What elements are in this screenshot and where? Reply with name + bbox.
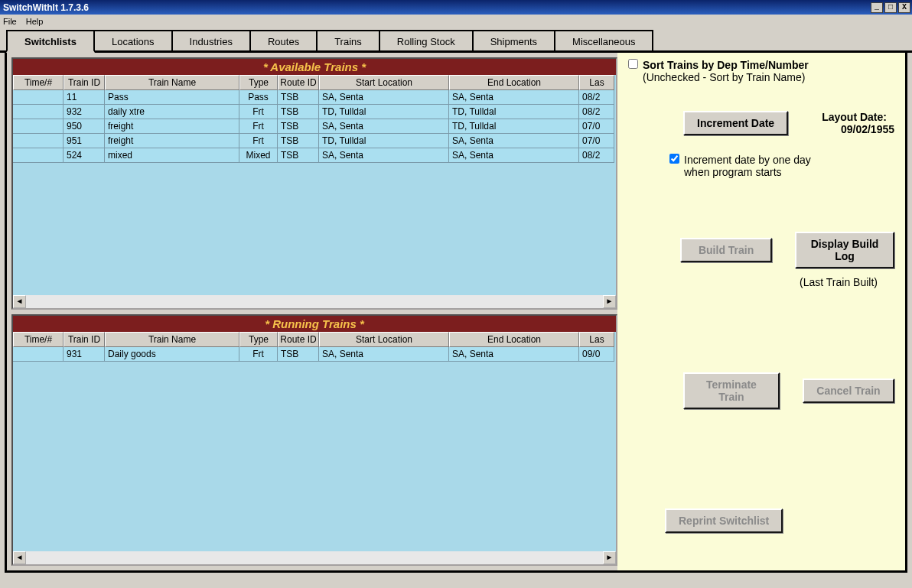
scroll-right-icon[interactable]: ► xyxy=(603,551,616,564)
minimize-button[interactable]: _ xyxy=(871,2,883,13)
table-row[interactable]: 932daily xtreFrtTSBTD, TulldalTD, Tullda… xyxy=(13,105,616,119)
cell: 08/2 xyxy=(579,90,614,105)
increment-on-start-checkbox[interactable] xyxy=(669,154,679,164)
cell xyxy=(13,148,64,163)
cell: 950 xyxy=(64,119,105,134)
cell xyxy=(13,90,64,105)
col-header[interactable]: Train ID xyxy=(64,332,105,347)
increment-on-start-label: Increment date by one day when program s… xyxy=(684,154,822,178)
tabstrip: SwitchlistsLocationsIndustriesRoutesTrai… xyxy=(0,30,912,53)
cell: 11 xyxy=(64,90,105,105)
col-header[interactable]: Las xyxy=(579,75,614,90)
cell xyxy=(13,105,64,119)
table-row[interactable]: 950freightFrtTSBSA, SentaTD, Tulldal07/0 xyxy=(13,119,616,134)
content: * Available Trains * Time/#Train IDTrain… xyxy=(5,53,907,573)
cell xyxy=(13,134,64,148)
cell: SA, Senta xyxy=(319,347,449,362)
col-header[interactable]: Train ID xyxy=(64,75,105,90)
cell: freight xyxy=(105,134,239,148)
cell: Pass xyxy=(239,90,278,105)
table-row[interactable]: 11PassPassTSBSA, SentaSA, Senta08/2 xyxy=(13,90,616,105)
scroll-right-icon[interactable]: ► xyxy=(603,295,616,308)
col-header[interactable]: End Location xyxy=(449,332,579,347)
sort-checkbox[interactable] xyxy=(628,59,638,69)
col-header[interactable]: Route ID xyxy=(278,75,319,90)
menubar: File Help xyxy=(0,15,912,28)
scroll-left-icon[interactable]: ◄ xyxy=(13,551,26,564)
cell: TSB xyxy=(278,148,319,163)
col-header[interactable]: Las xyxy=(579,332,614,347)
scroll-left-icon[interactable]: ◄ xyxy=(13,295,26,308)
col-header[interactable]: Route ID xyxy=(278,332,319,347)
cell: Pass xyxy=(105,90,239,105)
table-row[interactable]: 931Daily goodsFrtTSBSA, SentaSA, Senta09… xyxy=(13,347,616,362)
col-header[interactable]: End Location xyxy=(449,75,579,90)
cell: TSB xyxy=(278,105,319,119)
cell: SA, Senta xyxy=(449,90,579,105)
tab-switchlists[interactable]: Switchlists xyxy=(6,30,95,53)
cell: SA, Senta xyxy=(449,347,579,362)
cell: SA, Senta xyxy=(319,148,449,163)
col-header[interactable]: Start Location xyxy=(319,332,449,347)
available-hscroll[interactable]: ◄ ► xyxy=(13,295,616,308)
cell: Frt xyxy=(239,134,278,148)
layout-date-label: Layout Date: xyxy=(822,111,887,123)
cell: TD, Tulldal xyxy=(319,134,449,148)
tab-locations[interactable]: Locations xyxy=(93,30,173,50)
running-grid: Time/#Train IDTrain NameTypeRoute IDStar… xyxy=(13,332,616,552)
cell: 09/0 xyxy=(579,347,614,362)
reprint-switchlist-button[interactable]: Reprint Switchlist xyxy=(665,508,783,533)
cell: TSB xyxy=(278,347,319,362)
display-build-log-button[interactable]: Display Build Log xyxy=(795,232,894,268)
cancel-train-button[interactable]: Cancel Train xyxy=(803,378,894,403)
cell: TD, Tulldal xyxy=(449,119,579,134)
titlebar: SwitchWithIt 1.7.3.6 _ □ X xyxy=(0,0,912,15)
cell: TD, Tulldal xyxy=(319,105,449,119)
cell: Frt xyxy=(239,119,278,134)
col-header[interactable]: Start Location xyxy=(319,75,449,90)
tab-miscellaneous[interactable]: Miscellaneous xyxy=(554,30,653,50)
cell: 07/0 xyxy=(579,134,614,148)
cell: daily xtre xyxy=(105,105,239,119)
table-row[interactable]: 951freightFrtTSBTD, TulldalSA, Senta07/0 xyxy=(13,134,616,148)
log-caption: (Last Train Built) xyxy=(800,276,894,288)
maximize-button[interactable]: □ xyxy=(884,2,897,13)
running-title: * Running Trains * xyxy=(13,316,616,332)
cell: Daily goods xyxy=(105,347,239,362)
col-header[interactable]: Train Name xyxy=(105,75,239,90)
tab-routes[interactable]: Routes xyxy=(249,30,318,50)
cell: 08/2 xyxy=(579,148,614,163)
close-button[interactable]: X xyxy=(898,2,910,13)
col-header[interactable]: Time/# xyxy=(13,75,64,90)
cell: 951 xyxy=(64,134,105,148)
tab-industries[interactable]: Industries xyxy=(171,30,251,50)
increment-date-button[interactable]: Increment Date xyxy=(683,111,788,135)
cell: 08/2 xyxy=(579,105,614,119)
col-header[interactable]: Type xyxy=(239,75,278,90)
cell: Frt xyxy=(239,347,278,362)
tab-rolling-stock[interactable]: Rolling Stock xyxy=(379,30,474,50)
cell: SA, Senta xyxy=(449,134,579,148)
cell: 931 xyxy=(64,347,105,362)
tab-shipments[interactable]: Shipments xyxy=(472,30,555,50)
sort-sublabel: (Unchecked - Sort by Train Name) xyxy=(643,71,805,83)
col-header[interactable]: Time/# xyxy=(13,332,64,347)
available-title: * Available Trains * xyxy=(13,59,616,75)
col-header[interactable]: Train Name xyxy=(105,332,239,347)
table-row[interactable]: 524mixedMixedTSBSA, SentaSA, Senta08/2 xyxy=(13,148,616,163)
cell: SA, Senta xyxy=(449,148,579,163)
cell xyxy=(13,347,64,362)
cell: SA, Senta xyxy=(319,90,449,105)
cell: Mixed xyxy=(239,148,278,163)
cell: TD, Tulldal xyxy=(449,105,579,119)
right-sidebar: Sort Trains by Dep Time/Number (Unchecke… xyxy=(617,53,905,570)
running-hscroll[interactable]: ◄ ► xyxy=(13,551,616,564)
tab-trains[interactable]: Trains xyxy=(316,30,380,50)
sort-label: Sort Trains by Dep Time/Number xyxy=(643,59,809,71)
build-train-button[interactable]: Build Train xyxy=(680,238,772,262)
cell: freight xyxy=(105,119,239,134)
menu-file[interactable]: File xyxy=(3,17,17,26)
col-header[interactable]: Type xyxy=(239,332,278,347)
terminate-train-button[interactable]: Terminate Train xyxy=(683,372,780,409)
menu-help[interactable]: Help xyxy=(26,17,44,26)
